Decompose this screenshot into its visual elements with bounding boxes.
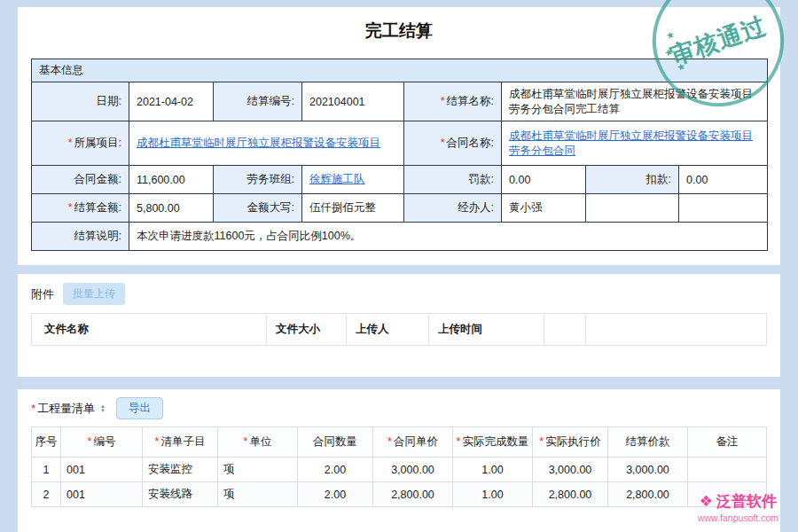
amount-in-words-label: 金额大写:	[214, 194, 302, 223]
cell-unit: 项	[218, 458, 298, 482]
settlement-note-label: 结算说明:	[32, 223, 129, 251]
vendor-name: 泛普软件	[716, 491, 777, 512]
boq-col-seq: 序号	[32, 427, 61, 458]
contract-name-label: *合同名称:	[404, 121, 502, 166]
cell-actual-price: 3,000.00	[533, 458, 608, 482]
attachments-col-empty	[544, 314, 586, 346]
settlement-number-label: 结算编号:	[214, 82, 302, 121]
table-row: 2 001 安装线路 项 2.00 2,800.00 1.00 2,800.00…	[32, 482, 767, 507]
batch-upload-button[interactable]: 批量上传	[63, 283, 125, 305]
handler-label: 经办人:	[404, 194, 502, 223]
boq-section-title: *工程量清单	[31, 401, 95, 417]
page: 审核通过 ★ ★ ★ 完工结算 基本信息 日期: 2021-04-02 结算编号…	[0, 0, 798, 532]
cell-contract-price: 2,800.00	[373, 482, 453, 507]
export-button[interactable]: 导出	[116, 397, 163, 419]
attachments-table: 文件名称 文件大小 上传人 上传时间	[31, 313, 767, 346]
empty-cell	[679, 194, 768, 223]
attachments-card: 附件 批量上传 文件名称 文件大小 上传人 上传时间	[18, 274, 780, 377]
cell-remark	[688, 458, 767, 482]
settlement-note-value: 本次申请进度款11600元，占合同比例100%。	[129, 223, 768, 251]
basic-info-section-header: 基本信息	[32, 59, 768, 82]
page-title: 完工结算	[31, 20, 767, 43]
settlement-name-value: 成都杜甫草堂临时展厅独立展柜报警设备安装项目劳务分包合同完工结算	[502, 82, 768, 121]
penalty-label: 罚款:	[404, 166, 502, 194]
contract-name-value: 成都杜甫草堂临时展厅独立展柜报警设备安装项目劳务分包合同	[502, 121, 768, 166]
attachments-col-filename: 文件名称	[32, 314, 267, 346]
boq-col-actual-price: *实际执行价	[533, 427, 608, 458]
settlement-name-label: *结算名称:	[404, 82, 502, 121]
handler-value: 黄小强	[502, 194, 586, 223]
cell-actual-qty: 1.00	[453, 482, 533, 507]
table-row: 1 001 安装监控 项 2.00 3,000.00 1.00 3,000.00…	[32, 458, 767, 482]
attachments-section-title: 附件	[31, 286, 54, 302]
cell-contract-qty: 2.00	[298, 458, 373, 482]
boq-col-item: *清单子目	[143, 427, 218, 458]
basic-info-section-title: 基本信息	[39, 64, 83, 76]
vendor-url: www.fanpusoft.com	[698, 512, 778, 523]
cell-unit: 项	[218, 482, 298, 507]
cell-actual-qty: 1.00	[453, 458, 533, 482]
contract-amount-value: 11,600.00	[129, 166, 214, 194]
empty-cell	[586, 194, 679, 223]
penalty-value: 0.00	[502, 166, 586, 194]
cell-code: 001	[61, 482, 143, 507]
attachments-col-empty	[586, 314, 767, 346]
settlement-number-value: 202104001	[302, 82, 404, 121]
sort-toggle-icon[interactable]: ▲▼	[100, 404, 106, 413]
attachments-col-filesize: 文件大小	[267, 314, 347, 346]
labor-team-value: 徐辉施工队	[302, 166, 404, 194]
labor-team-label: 劳务班组:	[214, 166, 302, 194]
cell-contract-price: 3,000.00	[373, 458, 453, 482]
project-label: *所属项目:	[32, 121, 129, 166]
boq-col-code: *编号	[61, 427, 143, 458]
cell-contract-qty: 2.00	[298, 482, 373, 507]
deduction-label: 扣款:	[586, 166, 679, 194]
vendor-logo-icon: ❖	[700, 494, 713, 509]
contract-amount-label: 合同金额:	[32, 166, 129, 194]
labor-team-link[interactable]: 徐辉施工队	[309, 173, 365, 185]
date-label: 日期:	[32, 82, 129, 121]
cell-actual-price: 2,800.00	[533, 482, 608, 507]
cell-seq: 2	[32, 482, 61, 507]
basic-info-card: 完工结算 基本信息 日期: 2021-04-02 结算编号: 202104001…	[18, 7, 780, 265]
settlement-amount-value: 5,800.00	[129, 194, 214, 223]
project-link[interactable]: 成都杜甫草堂临时展厅独立展柜报警设备安装项目	[137, 137, 380, 149]
cell-seq: 1	[32, 458, 61, 482]
cell-settlement-amount: 2,800.00	[608, 482, 688, 507]
boq-col-unit: *单位	[218, 427, 298, 458]
boq-col-actual-qty: *实际完成数量	[453, 427, 533, 458]
vendor-watermark: ❖ 泛普软件 www.fanpusoft.com	[698, 491, 778, 523]
basic-info-table: 基本信息 日期: 2021-04-02 结算编号: 202104001 *结算名…	[31, 59, 768, 251]
amount-in-words-value: 伍仟捌佰元整	[302, 194, 404, 223]
deduction-value: 0.00	[679, 166, 768, 194]
boq-col-contract-qty: 合同数量	[298, 427, 373, 458]
boq-col-remark: 备注	[688, 427, 767, 458]
boq-col-settlement-amount: 结算价款	[608, 427, 688, 458]
contract-link[interactable]: 成都杜甫草堂临时展厅独立展柜报警设备安装项目劳务分包合同	[509, 129, 753, 157]
boq-col-contract-price: *合同单价	[373, 427, 453, 458]
settlement-amount-label: *结算金额:	[32, 194, 129, 223]
attachments-col-uploader: 上传人	[347, 314, 429, 346]
boq-table: 序号 *编号 *清单子目 *单位 合同数量 *合同单价 *实际完成数量 *实际执…	[31, 426, 767, 507]
cell-item: 安装线路	[143, 482, 218, 507]
cell-item: 安装监控	[143, 458, 218, 482]
boq-card: *工程量清单 ▲▼ 导出 序号 *编号 *清单子目 *单位 合同数量 *合同单价…	[18, 389, 780, 532]
cell-settlement-amount: 3,000.00	[608, 458, 688, 482]
cell-code: 001	[61, 458, 143, 482]
date-value: 2021-04-02	[129, 82, 214, 121]
project-value: 成都杜甫草堂临时展厅独立展柜报警设备安装项目	[129, 121, 404, 166]
attachments-col-uploadtime: 上传时间	[429, 314, 544, 346]
